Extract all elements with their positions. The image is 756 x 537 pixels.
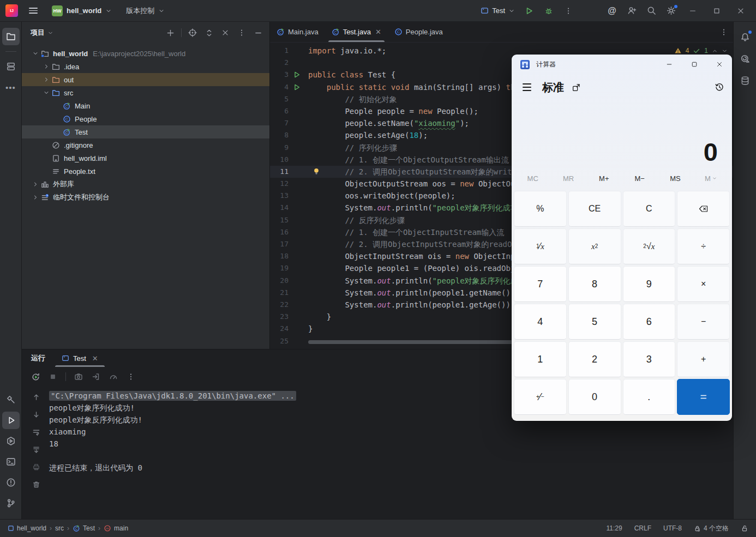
chevron-right-icon[interactable]	[41, 75, 51, 84]
close-tab-icon[interactable]: ✕	[375, 28, 381, 36]
breadcrumb-method[interactable]: m main	[104, 524, 128, 532]
memory-button-m[interactable]: M−	[622, 170, 657, 186]
main-menu-button[interactable]	[26, 4, 41, 17]
tree-item-people-txt[interactable]: People.txt	[22, 165, 269, 178]
panel-options-button[interactable]	[235, 26, 249, 40]
tree-item-test[interactable]: CTest	[22, 125, 269, 138]
tab-people-java[interactable]: CPeople.java	[388, 22, 449, 42]
tree-item-people[interactable]: CPeople	[22, 112, 269, 125]
tree-item-idea[interactable]: .idea	[22, 60, 269, 73]
calculator-titlebar[interactable]: 计算器	[512, 55, 732, 74]
close-button[interactable]	[730, 1, 752, 21]
scroll-up-button[interactable]	[30, 391, 42, 403]
print-button[interactable]	[30, 461, 42, 473]
calc-key-equals[interactable]: =	[677, 379, 730, 415]
calc-key-multiply[interactable]: ×	[677, 266, 730, 302]
breadcrumb-src[interactable]: src	[55, 524, 64, 532]
close-tab-icon[interactable]: ✕	[92, 354, 98, 363]
calc-key-negate[interactable]: +⁄−	[514, 379, 567, 415]
calc-key-reciprocal[interactable]: 1⁄x	[514, 228, 567, 264]
minimize-button[interactable]	[682, 1, 704, 21]
caret-position[interactable]: 11:29	[607, 524, 622, 532]
run-configuration-selector[interactable]: Test	[477, 5, 518, 16]
run-tool-button[interactable]	[2, 412, 20, 429]
calc-key-backspace[interactable]	[677, 191, 730, 227]
run-tab-test[interactable]: Test ✕	[59, 349, 100, 367]
settings-button[interactable]	[662, 3, 680, 19]
tree-item-hell-world-iml[interactable]: hell_world.iml	[22, 152, 269, 165]
tree-item-src[interactable]: src	[22, 86, 269, 99]
commit-tool-button[interactable]	[2, 58, 20, 75]
clear-console-button[interactable]	[30, 478, 42, 490]
tab-test-java[interactable]: CTest.java✕	[325, 22, 388, 42]
search-everywhere-button[interactable]	[643, 3, 660, 19]
tree-item-临时文件和控制台[interactable]: 临时文件和控制台	[22, 191, 269, 204]
keep-on-top-icon[interactable]	[572, 83, 581, 92]
intention-bulb-icon[interactable]	[313, 167, 320, 175]
inspections-widget[interactable]: 4 1	[674, 47, 728, 55]
line-separator[interactable]: CRLF	[634, 524, 651, 532]
collapse-all-button[interactable]	[218, 26, 232, 40]
tree-item-out[interactable]: out	[22, 73, 269, 86]
tree-item-main[interactable]: CMain	[22, 99, 269, 112]
stop-button[interactable]	[46, 370, 60, 384]
vcs-widget[interactable]: 版本控制	[123, 4, 168, 18]
hide-panel-button[interactable]	[251, 26, 265, 40]
attach-button[interactable]	[89, 370, 103, 384]
locate-file-button[interactable]	[185, 26, 200, 40]
horizontal-scrollbar[interactable]	[308, 340, 513, 344]
scroll-to-end-button[interactable]	[30, 443, 42, 455]
problems-tool-button[interactable]	[2, 474, 20, 491]
chevron-down-icon[interactable]	[30, 49, 40, 58]
more-actions-button[interactable]	[560, 3, 577, 19]
calc-key-zero[interactable]: 0	[568, 379, 621, 415]
add-button[interactable]	[163, 26, 177, 40]
history-button[interactable]	[715, 82, 724, 92]
tree-item-gitignore[interactable]: .gitignore	[22, 138, 269, 152]
ai-assistant-button[interactable]: @	[603, 3, 621, 19]
notifications-button[interactable]	[736, 28, 754, 46]
calc-key-percent[interactable]: %	[514, 191, 567, 227]
calc-key-four[interactable]: 4	[514, 304, 567, 340]
calc-key-seven[interactable]: 7	[514, 266, 567, 302]
chevron-right-icon[interactable]	[30, 193, 40, 202]
expand-all-button[interactable]	[202, 26, 216, 40]
code-with-me-button[interactable]	[623, 3, 640, 19]
calc-key-nine[interactable]: 9	[623, 266, 676, 302]
build-tool-button[interactable]	[2, 391, 20, 408]
calc-key-decimal[interactable]: .	[623, 379, 676, 415]
profiler-button[interactable]	[106, 370, 121, 384]
file-lock-toggle[interactable]	[741, 524, 748, 532]
calc-key-sqrt[interactable]: 2√x	[623, 228, 676, 264]
calc-key-clear-entry[interactable]: CE	[568, 191, 621, 227]
calc-key-six[interactable]: 6	[623, 304, 676, 340]
scroll-down-button[interactable]	[30, 408, 42, 420]
rerun-button[interactable]	[28, 370, 43, 384]
tree-item-外部库[interactable]: 外部库	[22, 178, 269, 191]
debug-button[interactable]	[540, 3, 557, 19]
tab-main-java[interactable]: CMain.java	[270, 22, 325, 42]
tab-options-button[interactable]	[715, 22, 733, 42]
memory-button-mc[interactable]: MC	[515, 170, 550, 186]
chevron-right-icon[interactable]	[30, 180, 40, 189]
chevron-down-icon[interactable]	[41, 88, 51, 97]
services-tool-button[interactable]	[2, 432, 20, 450]
indent-setting[interactable]: 4 个空格	[694, 524, 729, 533]
terminal-tool-button[interactable]	[2, 453, 20, 470]
run-button[interactable]	[520, 3, 538, 19]
calc-key-three[interactable]: 3	[623, 341, 676, 377]
calc-key-two[interactable]: 2	[568, 341, 621, 377]
run-line-icon[interactable]	[293, 71, 301, 79]
snapshot-button[interactable]	[71, 370, 86, 384]
memory-button-m-dropdown[interactable]: M	[693, 170, 729, 186]
git-tool-button[interactable]	[2, 494, 20, 512]
project-panel-title[interactable]: 项目	[31, 28, 53, 38]
calc-key-divide[interactable]: ÷	[677, 228, 730, 264]
calc-key-clear[interactable]: C	[623, 191, 676, 227]
chevron-right-icon[interactable]	[41, 62, 51, 71]
memory-button-mr[interactable]: MR	[550, 170, 586, 186]
memory-button-ms[interactable]: MS	[657, 170, 693, 186]
file-encoding[interactable]: UTF-8	[663, 524, 682, 532]
project-widget[interactable]: HW hell_world	[49, 3, 115, 19]
calc-key-plus[interactable]: +	[677, 341, 730, 377]
